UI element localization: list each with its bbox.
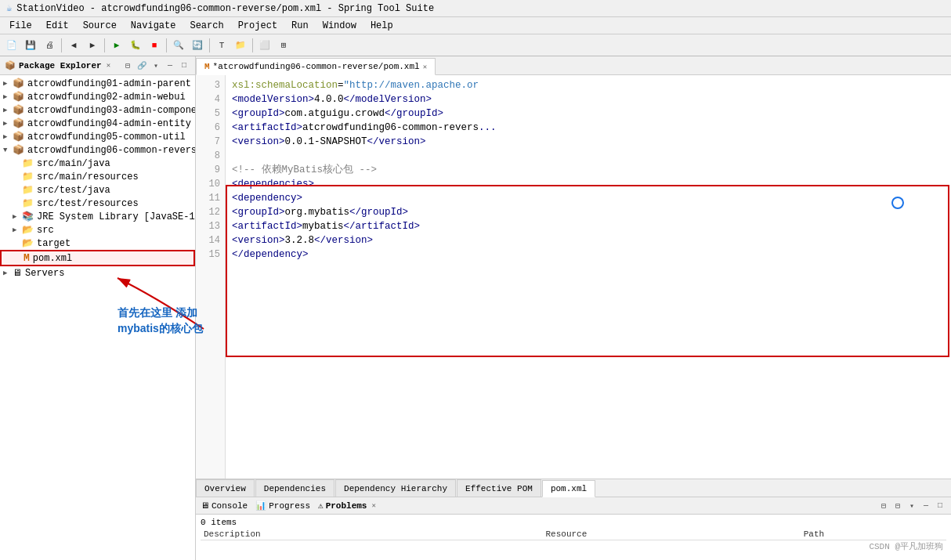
search-button[interactable]: 🔍 [170,37,187,54]
titlebar: ☕ StationVideo - atcrowdfunding06-common… [0,0,951,17]
tree-folder-icon: 📁 [22,157,34,169]
bottom-tab-effective-pom[interactable]: Effective POM [457,479,541,497]
print-button[interactable]: 🖨 [41,37,58,54]
line-number: 10 [196,177,225,191]
console-tab[interactable]: 🖥 Console [201,500,248,511]
package-explorer-panel: 📦 Package Explorer ✕ ⊟ 🔗 ▾ — □ ▶📦atcrowd… [0,56,196,560]
tree-arrow-icon: ▼ [3,146,13,154]
run-button[interactable]: ▶ [108,37,125,54]
editor-panel: M *atcrowdfunding06-common-reverse/pom.x… [196,56,951,560]
menu-item-project[interactable]: Project [232,19,284,33]
new-button[interactable]: 📄 [3,37,20,54]
forward-button[interactable]: ▶ [84,37,101,54]
menu-item-navigate[interactable]: Navigate [125,19,183,33]
title-text: StationVideo - atcrowdfunding06-common-r… [16,3,434,14]
debug-button[interactable]: 🐛 [127,37,144,54]
editor-bottom-tabs: OverviewDependenciesDependency Hierarchy… [196,479,951,497]
tree-item-atcrowdfunding02-admin-webui[interactable]: ▶📦atcrowdfunding02-admin-webui [0,90,195,103]
problems-filter-button[interactable]: ⊟ [877,500,890,512]
code-line: <version>0.0.1-SNAPSHOT</version> [232,135,945,149]
stop-button[interactable]: ■ [146,37,163,54]
code-line: </dependency> [232,247,945,262]
problems-maximize-button[interactable]: □ [934,500,946,512]
tree-item-atcrowdfunding03-admin-component[interactable]: ▶📦atcrowdfunding03-admin-component [0,103,195,117]
menu-item-help[interactable]: Help [364,19,400,33]
menu-item-search[interactable]: Search [183,19,230,33]
tree-item-src[interactable]: ▶📂src [0,223,195,237]
problems-minimize-button[interactable]: — [920,500,932,512]
tree-arrow-icon: ▶ [13,226,22,234]
line-number: 13 [196,219,225,233]
open-resource-button[interactable]: 📁 [232,37,249,54]
problems-tab[interactable]: ⚠ Problems [318,500,367,511]
tree-item-src-main-java[interactable]: 📁src/main/java [0,157,195,170]
menu-item-source[interactable]: Source [77,19,123,33]
problems-view-menu-button[interactable]: ⊟ [891,500,904,512]
problems-content: 0 items Description Resource Path [196,515,951,560]
tree-item-atcrowdfunding01-admin-parent[interactable]: ▶📦atcrowdfunding01-admin-parent [0,77,195,90]
bottom-tab-overview[interactable]: Overview [196,479,255,497]
link-with-editor-button[interactable]: 🔗 [136,60,148,72]
tree-pom-icon: M [24,252,30,264]
tab-icon: M [204,62,210,71]
code-line: <dependency> [232,191,945,205]
perspective-button[interactable]: ⊞ [275,37,292,54]
separator-5 [252,38,253,52]
bottom-tab-pom.xml[interactable]: pom.xml [542,480,595,497]
menu-item-file[interactable]: File [3,19,38,33]
problems-table: Description Resource Path [201,529,946,540]
console-label[interactable]: Console [212,501,248,511]
code-line: <dependencies> [232,177,945,191]
tree-library-icon: 📚 [22,211,34,222]
bottom-tab-dependency-hierarchy[interactable]: Dependency Hierarchy [335,479,456,497]
tree-item-jre-system-library--javase-1-8-[interactable]: ▶📚JRE System Library [JavaSE-1.8] [0,210,195,223]
minimize-panel-button[interactable]: — [164,60,176,72]
maximize-button[interactable]: ⬜ [256,37,273,54]
code-text[interactable]: xsl:schemaLocation="http://maven.apache.… [226,75,951,479]
problems-menu-button[interactable]: ▾ [906,500,918,512]
panel-tab-close-icon: ✕ [107,61,110,70]
problems-header: 🖥 Console 📊 Progress ⚠ Problems ✕ ⊟ ⊟ [196,497,951,515]
line-numbers: 3456789101112131415 [196,75,226,479]
refresh-button[interactable]: 🔄 [189,37,206,54]
tree-item-label: target [37,238,71,249]
tree-arrow-icon: ▶ [3,119,13,128]
problems-tab-close-icon: ✕ [371,501,375,510]
back-button[interactable]: ◀ [65,37,82,54]
menu-item-window[interactable]: Window [316,19,363,33]
menu-item-run[interactable]: Run [285,19,315,33]
tree-item-target[interactable]: 📂target [0,237,195,250]
view-menu-button[interactable]: ▾ [150,60,162,72]
tree-item-pom-xml[interactable]: Mpom.xml [0,250,195,266]
maximize-panel-button[interactable]: □ [178,60,190,72]
problems-icon: ⚠ [318,500,324,511]
open-type-button[interactable]: T [213,37,230,54]
tree-item-src-test-java[interactable]: 📁src/test/java [0,183,195,197]
editor-content: 3456789101112131415 xsl:schemaLocation="… [196,75,951,497]
tree-item-label: src/test/resources [37,198,139,209]
save-button[interactable]: 💾 [22,37,39,54]
tree-item-label: atcrowdfunding04-admin-entity [27,118,191,129]
problems-label[interactable]: Problems [326,501,367,511]
tree-item-label: Servers [25,268,64,279]
tree-item-label: pom.xml [33,253,72,264]
bottom-tab-dependencies[interactable]: Dependencies [255,479,334,497]
tree-item-src-test-resources[interactable]: 📁src/test/resources [0,197,195,210]
code-view[interactable]: 3456789101112131415 xsl:schemaLocation="… [196,75,951,479]
tree-item-atcrowdfunding05-common-util[interactable]: ▶📦atcrowdfunding05-common-util [0,130,195,143]
item-count: 0 items [201,516,946,529]
tree-item-src-main-resources[interactable]: 📁src/main/resources [0,170,195,183]
menu-item-edit[interactable]: Edit [40,19,75,33]
progress-tab[interactable]: 📊 Progress [255,500,310,511]
separator-1 [61,38,62,52]
tree-item-atcrowdfunding04-admin-entity[interactable]: ▶📦atcrowdfunding04-admin-entity [0,117,195,130]
separator-4 [209,38,210,52]
collapse-all-button[interactable]: ⊟ [121,60,134,72]
tree-item-atcrowdfunding06-common-reverse[interactable]: ▼📦atcrowdfunding06-common-reverse [0,143,195,157]
progress-label[interactable]: Progress [269,501,310,511]
tab-close-icon[interactable]: ✕ [423,63,427,71]
tree-item-label: src/test/java [37,185,110,196]
editor-tab-pom[interactable]: M *atcrowdfunding06-common-reverse/pom.x… [196,58,436,75]
tree-item-servers[interactable]: ▶🖥Servers [0,266,195,280]
line-number: 7 [196,135,225,149]
